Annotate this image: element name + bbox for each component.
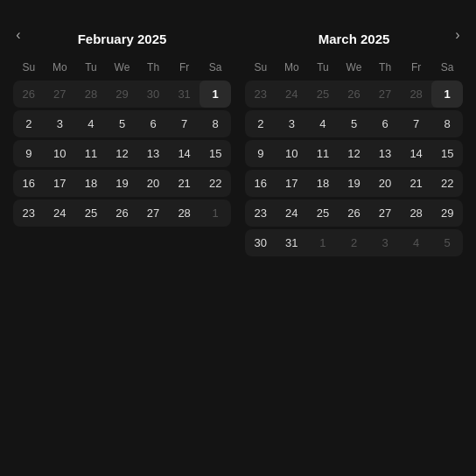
day-cell[interactable]: 13	[137, 140, 169, 167]
day-cell[interactable]: 28	[401, 200, 432, 227]
day-cell[interactable]: 11	[307, 140, 339, 167]
day-cell[interactable]: 29	[107, 80, 138, 108]
day-cell[interactable]: 24	[45, 200, 76, 227]
day-cell[interactable]: 3	[276, 110, 308, 137]
day-cell[interactable]: 4	[401, 229, 432, 256]
day-cell[interactable]: 7	[169, 110, 200, 137]
day-cell[interactable]: 26	[339, 200, 370, 227]
day-cell[interactable]: 14	[401, 140, 432, 167]
day-cell[interactable]: 10	[276, 140, 308, 167]
day-cell[interactable]: 24	[276, 200, 308, 227]
day-header: We	[107, 58, 138, 77]
day-cell[interactable]: 19	[339, 170, 370, 197]
day-cell[interactable]: 4	[75, 110, 107, 137]
day-cell[interactable]: 5	[431, 229, 463, 256]
day-cell[interactable]: 22	[431, 170, 463, 197]
day-cell[interactable]: 5	[107, 110, 138, 137]
day-header: Su	[245, 58, 276, 77]
day-header: We	[339, 58, 370, 77]
day-cell[interactable]: 12	[107, 140, 138, 167]
day-cell[interactable]: 1	[431, 80, 463, 108]
day-cell[interactable]: 21	[169, 170, 200, 197]
day-cell[interactable]: 19	[107, 170, 138, 197]
day-cell[interactable]: 1	[200, 80, 231, 108]
day-cell[interactable]: 2	[245, 110, 276, 137]
day-cell[interactable]: 1	[200, 200, 231, 227]
week-row: 9101112131415	[245, 140, 463, 167]
day-cell[interactable]: 1	[307, 229, 339, 256]
day-header: Fr	[169, 58, 200, 77]
day-cell[interactable]: 16	[245, 170, 276, 197]
day-cell[interactable]: 5	[339, 110, 370, 137]
day-cell[interactable]: 3	[369, 229, 401, 256]
day-cell[interactable]: 8	[431, 110, 463, 137]
day-cell[interactable]: 28	[75, 80, 107, 108]
week-row: 16171819202122	[13, 170, 231, 197]
next-button[interactable]: ›	[445, 23, 470, 47]
day-cell[interactable]: 17	[45, 170, 76, 197]
day-header: Sa	[200, 58, 231, 77]
day-cell[interactable]: 15	[200, 140, 231, 167]
week-row: 303112345	[245, 229, 463, 256]
day-cell[interactable]: 4	[307, 110, 339, 137]
week-row: 16171819202122	[245, 170, 463, 197]
day-cell[interactable]: 26	[107, 200, 138, 227]
day-cell[interactable]: 31	[276, 229, 308, 256]
day-cell[interactable]: 25	[75, 200, 107, 227]
day-cell[interactable]: 27	[369, 200, 401, 227]
day-cell[interactable]: 10	[45, 140, 76, 167]
day-cell[interactable]: 16	[13, 170, 45, 197]
week-row: 2345678	[245, 110, 463, 137]
day-cell[interactable]: 25	[307, 200, 339, 227]
week-row: 2345678	[13, 110, 231, 137]
day-cell[interactable]: 14	[169, 140, 200, 167]
day-cell[interactable]: 27	[369, 80, 401, 108]
day-cell[interactable]: 22	[200, 170, 231, 197]
day-cell[interactable]: 17	[276, 170, 308, 197]
march-calendar: March 2025SuMoTuWeThFrSa2324252627281234…	[238, 16, 470, 263]
day-cell[interactable]: 25	[307, 80, 339, 108]
day-cell[interactable]: 3	[45, 110, 76, 137]
calendar-title: February 2025	[13, 16, 231, 58]
day-cell[interactable]: 24	[276, 80, 308, 108]
day-cell[interactable]: 23	[13, 200, 45, 227]
day-header: Tu	[307, 58, 339, 77]
day-cell[interactable]: 8	[200, 110, 231, 137]
day-cell[interactable]: 28	[169, 200, 200, 227]
day-cell[interactable]: 6	[137, 110, 169, 137]
day-cell[interactable]: 23	[245, 80, 276, 108]
day-cell[interactable]: 23	[245, 200, 276, 227]
day-cell[interactable]: 20	[137, 170, 169, 197]
day-cell[interactable]: 6	[369, 110, 401, 137]
week-row: 2324252627281	[13, 200, 231, 227]
day-cell[interactable]: 30	[245, 229, 276, 256]
day-cell[interactable]: 9	[13, 140, 45, 167]
day-header: Fr	[401, 58, 432, 77]
day-header: Su	[13, 58, 45, 77]
day-cell[interactable]: 2	[13, 110, 45, 137]
day-cell[interactable]: 27	[137, 200, 169, 227]
week-row: 9101112131415	[13, 140, 231, 167]
day-cell[interactable]: 7	[401, 110, 432, 137]
day-cell[interactable]: 21	[401, 170, 432, 197]
day-header: Mo	[45, 58, 76, 77]
day-header: Th	[137, 58, 169, 77]
day-cell[interactable]: 30	[137, 80, 169, 108]
day-cell[interactable]: 11	[75, 140, 107, 167]
day-cell[interactable]: 29	[431, 200, 463, 227]
prev-button[interactable]: ‹	[6, 23, 31, 47]
day-cell[interactable]: 9	[245, 140, 276, 167]
day-cell[interactable]: 28	[401, 80, 432, 108]
day-cell[interactable]: 12	[339, 140, 370, 167]
day-cell[interactable]: 26	[13, 80, 45, 108]
day-cell[interactable]: 13	[369, 140, 401, 167]
day-cell[interactable]: 18	[307, 170, 339, 197]
week-row: 2627282930311	[13, 80, 231, 108]
day-cell[interactable]: 31	[169, 80, 200, 108]
day-cell[interactable]: 20	[369, 170, 401, 197]
day-cell[interactable]: 15	[431, 140, 463, 167]
day-cell[interactable]: 2	[339, 229, 370, 256]
day-cell[interactable]: 26	[339, 80, 370, 108]
day-cell[interactable]: 18	[75, 170, 107, 197]
day-cell[interactable]: 27	[45, 80, 76, 108]
